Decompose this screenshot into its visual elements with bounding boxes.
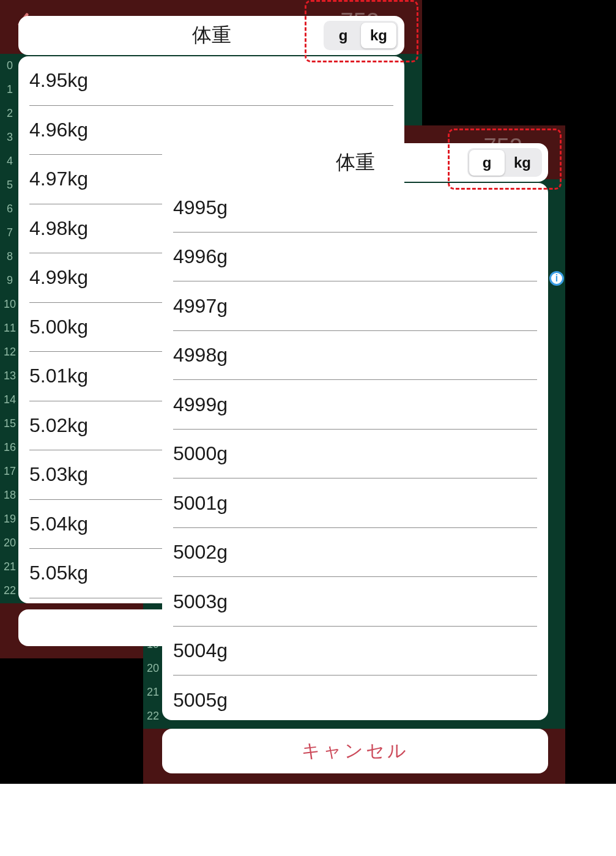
weight-option[interactable]: 5001g xyxy=(173,478,537,528)
weight-option[interactable]: 5005g xyxy=(173,675,537,720)
weight-picker-modal-g: 体重 g kg 4995g4996g4997g4998g4999g5000g50… xyxy=(162,143,548,773)
hour-marker: 16 xyxy=(0,436,20,460)
weight-option[interactable]: 4999g xyxy=(173,380,537,430)
hour-marker: 17 xyxy=(0,460,20,483)
hour-marker: 1 xyxy=(0,78,20,102)
weight-option[interactable]: 4997g xyxy=(173,281,537,331)
unit-option-g[interactable]: g xyxy=(469,150,505,176)
weight-option[interactable]: 5004g xyxy=(173,627,537,676)
hour-marker: 12 xyxy=(0,340,20,364)
hour-marker: 13 xyxy=(0,364,20,388)
unit-option-g[interactable]: g xyxy=(325,23,361,48)
hour-marker: 15 xyxy=(0,412,20,436)
hour-marker: 19 xyxy=(0,507,20,531)
unit-segmented-control[interactable]: g kg xyxy=(324,21,398,50)
hour-marker: 2 xyxy=(0,102,20,125)
hour-ruler: 01234567891011121314151617181920212223 xyxy=(0,54,20,658)
cancel-button[interactable]: キャンセル xyxy=(162,729,548,773)
hour-marker: 6 xyxy=(0,197,20,221)
hour-marker: 21 xyxy=(0,555,20,579)
modal-title: 体重 xyxy=(336,149,375,176)
weight-option[interactable]: 4996g xyxy=(173,233,537,282)
weight-option[interactable]: 5000g xyxy=(173,430,537,479)
unit-segmented-control[interactable]: g kg xyxy=(467,148,542,177)
hour-marker: 4 xyxy=(0,149,20,173)
weight-option[interactable]: 5002g xyxy=(173,528,537,578)
modal-title: 体重 xyxy=(192,22,231,49)
hour-marker: 0 xyxy=(0,54,20,78)
modal-header: 体重 g kg xyxy=(162,143,548,182)
hour-marker: 21 xyxy=(143,680,163,704)
hour-marker: 5 xyxy=(0,173,20,197)
weight-option[interactable]: 4998g xyxy=(173,331,537,381)
weight-option[interactable]: 4.95kg xyxy=(29,56,393,106)
unit-option-kg[interactable]: kg xyxy=(505,150,540,176)
unit-option-kg[interactable]: kg xyxy=(361,23,396,48)
canvas: 2020/7/31(金) 752日目 012345678910111213141… xyxy=(0,0,616,856)
hour-marker: 20 xyxy=(0,531,20,555)
hour-marker: 8 xyxy=(0,245,20,269)
hour-marker: 18 xyxy=(0,483,20,507)
hour-marker: 7 xyxy=(0,221,20,245)
weight-option[interactable]: 5003g xyxy=(173,577,537,627)
modal-header: 体重 g kg xyxy=(18,16,404,55)
weight-option-list[interactable]: 4995g4996g4997g4998g4999g5000g5001g5002g… xyxy=(162,183,548,720)
weight-option[interactable]: 4995g xyxy=(173,183,537,233)
hour-marker: 11 xyxy=(0,316,20,340)
hour-marker: 14 xyxy=(0,388,20,412)
info-icon[interactable]: i xyxy=(549,271,564,286)
canvas-bottom-fill xyxy=(0,784,616,856)
hour-marker: 22 xyxy=(0,579,20,603)
hour-marker: 22 xyxy=(143,704,163,728)
hour-marker: 9 xyxy=(0,269,20,292)
hour-marker: 10 xyxy=(0,292,20,316)
hour-marker: 3 xyxy=(0,125,20,149)
hour-marker: 20 xyxy=(143,657,163,680)
